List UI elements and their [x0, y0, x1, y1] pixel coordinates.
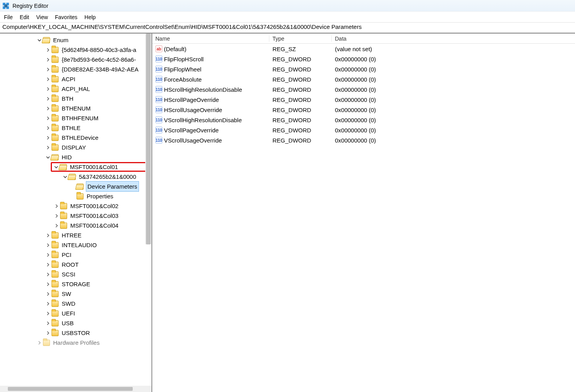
chevron-right-icon[interactable] — [45, 291, 51, 297]
chevron-right-icon[interactable] — [45, 252, 51, 258]
tree-node-htree[interactable]: HTREE — [0, 230, 151, 240]
folder-icon — [60, 203, 67, 209]
chevron-right-icon[interactable] — [45, 116, 51, 121]
list-row[interactable]: 110FlipFlopWheelREG_DWORD0x00000000 (0) — [152, 64, 575, 74]
chevron-down-icon[interactable] — [53, 164, 59, 170]
chevron-right-icon[interactable] — [45, 321, 51, 326]
tree-node-bthledevice[interactable]: BTHLEDevice — [0, 133, 151, 143]
tree-node-guid[interactable]: {8e7bd593-6e6c-4c52-86a6- — [0, 55, 151, 64]
tree-node-msft-col03[interactable]: MSFT0001&Col03 — [0, 211, 151, 221]
tree-node-guid[interactable]: {5d624f94-8850-40c3-a3fa-a — [0, 45, 151, 55]
tree-node-root[interactable]: ROOT — [0, 260, 151, 269]
chevron-right-icon[interactable] — [45, 262, 51, 267]
chevron-right-icon[interactable] — [37, 340, 42, 346]
list-row[interactable]: 110VScrollUsageOverrideREG_DWORD0x000000… — [152, 135, 575, 145]
tree-node-pci[interactable]: PCI — [0, 250, 151, 260]
chevron-right-icon[interactable] — [45, 272, 51, 277]
value-type: REG_DWORD — [269, 127, 332, 134]
value-type: REG_DWORD — [269, 117, 332, 123]
tree-node-hid[interactable]: HID — [0, 152, 151, 162]
list-row[interactable]: ab(Default)REG_SZ(value not set) — [152, 44, 575, 54]
window-title: Registry Editor — [12, 3, 48, 9]
chevron-right-icon[interactable] — [45, 242, 51, 248]
chevron-right-icon[interactable] — [45, 330, 51, 336]
tree-vertical-scrollbar[interactable] — [145, 34, 151, 244]
folder-icon — [52, 76, 59, 82]
tree-node-storage[interactable]: STORAGE — [0, 279, 151, 289]
chevron-right-icon[interactable] — [54, 203, 59, 209]
tree-node-scsi[interactable]: SCSI — [0, 269, 151, 279]
list-row[interactable]: 110ForceAbsoluteREG_DWORD0x00000000 (0) — [152, 74, 575, 84]
list-row[interactable]: 110VScrollHighResolutionDisableREG_DWORD… — [152, 115, 575, 125]
chevron-right-icon[interactable] — [45, 47, 51, 53]
folder-icon — [52, 281, 59, 287]
values-pane: Name Type Data ab(Default)REG_SZ(value n… — [152, 34, 575, 392]
column-header-data[interactable]: Data — [332, 36, 575, 42]
tree-node-sw[interactable]: SW — [0, 289, 151, 299]
tree-node-msft-col04[interactable]: MSFT0001&Col04 — [0, 221, 151, 230]
address-bar[interactable]: Computer\HKEY_LOCAL_MACHINE\SYSTEM\Curre… — [0, 23, 575, 33]
menu-edit[interactable]: Edit — [20, 14, 29, 20]
list-row[interactable]: 110HScrollPageOverrideREG_DWORD0x0000000… — [152, 94, 575, 105]
tree-node-properties[interactable]: Properties — [0, 191, 151, 201]
tree-node-hardware-profiles[interactable]: Hardware Profiles — [0, 338, 151, 347]
tree-horizontal-scrollbar[interactable] — [0, 386, 151, 392]
dword-value-icon: 110 — [155, 66, 162, 73]
folder-icon — [60, 213, 67, 219]
chevron-right-icon[interactable] — [45, 77, 51, 82]
chevron-down-icon[interactable] — [37, 37, 42, 43]
chevron-right-icon[interactable] — [45, 96, 51, 102]
tree-label: Hardware Profiles — [52, 338, 100, 347]
menu-view[interactable]: View — [36, 14, 48, 20]
tree-label: HTREE — [61, 230, 82, 240]
chevron-down-icon[interactable] — [45, 155, 51, 160]
value-type: REG_DWORD — [269, 137, 332, 144]
list-row[interactable]: 110FlipFlopHScrollREG_DWORD0x00000000 (0… — [152, 54, 575, 64]
tree-node-usbstor[interactable]: USBSTOR — [0, 328, 151, 338]
chevron-right-icon[interactable] — [45, 282, 51, 287]
chevron-right-icon[interactable] — [45, 57, 51, 62]
tree-node-acpi[interactable]: ACPI — [0, 74, 151, 84]
tree-node-guid[interactable]: {DD8E82AE-334B-49A2-AEA — [0, 64, 151, 74]
tree-node-intelaudio[interactable]: INTELAUDIO — [0, 240, 151, 250]
tree-label: BTHLE — [61, 123, 81, 133]
chevron-right-icon[interactable] — [45, 135, 51, 141]
app-icon — [2, 2, 9, 9]
column-header-type[interactable]: Type — [269, 36, 332, 42]
tree-node-bthenum[interactable]: BTHENUM — [0, 103, 151, 113]
tree-node-bthle[interactable]: BTHLE — [0, 123, 151, 133]
tree-label: SW — [61, 289, 72, 299]
registry-tree[interactable]: Enum {5d624f94-8850-40c3-a3fa-a {8e7bd59… — [0, 34, 151, 349]
tree-node-device-parameters[interactable]: Device Parameters — [0, 182, 151, 191]
tree-node-swd[interactable]: SWD — [0, 299, 151, 308]
chevron-right-icon[interactable] — [45, 125, 51, 131]
chevron-right-icon[interactable] — [54, 213, 59, 219]
list-row[interactable]: 110HScrollUsageOverrideREG_DWORD0x000000… — [152, 105, 575, 115]
chevron-right-icon[interactable] — [45, 67, 51, 72]
list-row[interactable]: 110VScrollPageOverrideREG_DWORD0x0000000… — [152, 125, 575, 135]
chevron-right-icon[interactable] — [45, 106, 51, 111]
tree-node-msft-col02[interactable]: MSFT0001&Col02 — [0, 201, 151, 211]
tree-node-acpi-hal[interactable]: ACPI_HAL — [0, 84, 151, 94]
chevron-right-icon[interactable] — [45, 301, 51, 306]
menu-help[interactable]: Help — [84, 14, 96, 20]
column-header-name[interactable]: Name — [152, 36, 269, 42]
tree-node-device-instance[interactable]: 5&374265b2&1&0000 — [0, 172, 151, 182]
tree-node-usb[interactable]: USB — [0, 318, 151, 328]
tree-node-display[interactable]: DISPLAY — [0, 143, 151, 152]
tree-node-uefi[interactable]: UEFI — [0, 308, 151, 318]
chevron-right-icon[interactable] — [45, 233, 51, 238]
values-list[interactable]: ab(Default)REG_SZ(value not set)110FlipF… — [152, 44, 575, 145]
menu-file[interactable]: File — [4, 14, 13, 20]
tree-node-msft-col01[interactable]: MSFT0001&Col01 — [0, 162, 151, 172]
list-row[interactable]: 110HScrollHighResolutionDisableREG_DWORD… — [152, 84, 575, 94]
chevron-right-icon[interactable] — [54, 223, 59, 228]
chevron-right-icon[interactable] — [45, 145, 51, 150]
tree-node-enum[interactable]: Enum — [0, 35, 151, 45]
tree-node-bthhfenum[interactable]: BTHHFENUM — [0, 113, 151, 123]
chevron-right-icon[interactable] — [45, 311, 51, 316]
menu-favorites[interactable]: Favorites — [55, 14, 78, 20]
chevron-right-icon[interactable] — [45, 86, 51, 92]
tree-node-bth[interactable]: BTH — [0, 94, 151, 103]
chevron-down-icon[interactable] — [62, 174, 68, 180]
